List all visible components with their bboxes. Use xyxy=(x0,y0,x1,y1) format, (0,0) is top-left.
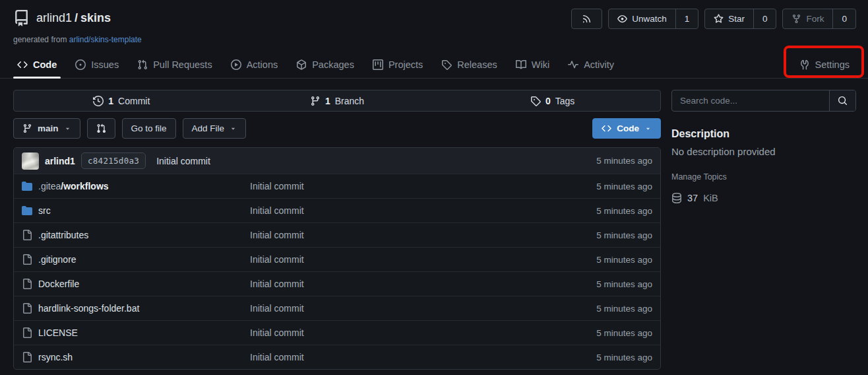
fork-label: Fork xyxy=(806,14,824,24)
file-icon xyxy=(22,230,32,240)
package-icon xyxy=(296,59,307,70)
play-circle-icon xyxy=(231,59,241,70)
tab-projects[interactable]: Projects xyxy=(363,51,432,78)
row-commit-message[interactable]: Initial commit xyxy=(250,181,596,191)
fork-button[interactable]: Fork xyxy=(783,9,832,28)
row-commit-message[interactable]: Initial commit xyxy=(250,279,596,289)
star-label: Star xyxy=(728,14,745,24)
tab-actions[interactable]: Actions xyxy=(222,51,288,78)
row-commit-message[interactable]: Initial commit xyxy=(250,205,596,216)
tab-code[interactable]: Code xyxy=(8,51,66,78)
code-icon xyxy=(17,59,28,70)
file-link[interactable]: Dockerfile xyxy=(22,279,250,289)
manage-topics-link[interactable]: Manage Topics xyxy=(671,172,856,182)
row-commit-message[interactable]: Initial commit xyxy=(250,327,596,338)
commit-message-link[interactable]: Initial commit xyxy=(156,156,210,166)
branch-selector-button[interactable]: main xyxy=(13,118,80,139)
row-commit-time: 5 minutes ago xyxy=(596,328,652,338)
table-row: src Initial commit 5 minutes ago xyxy=(14,198,660,222)
tab-wiki-label: Wiki xyxy=(532,59,549,70)
row-commit-message[interactable]: Initial commit xyxy=(250,303,596,314)
fork-icon xyxy=(791,14,801,24)
repo-nav-tabs: Code Issues Pull Requests Actions Packag… xyxy=(0,51,868,79)
add-file-button[interactable]: Add File xyxy=(183,118,247,139)
code-download-button[interactable]: Code xyxy=(592,118,661,139)
repo-owner-link[interactable]: arlind1 xyxy=(36,11,72,24)
row-commit-time: 5 minutes ago xyxy=(596,182,652,191)
generated-from-line: generated from arlind/skins-template xyxy=(13,35,856,44)
branches-label: Branch xyxy=(335,96,364,106)
file-icon xyxy=(22,352,32,362)
commit-hash-badge[interactable]: c84215d0a3 xyxy=(81,153,146,169)
tab-code-label: Code xyxy=(33,59,57,70)
tab-packages[interactable]: Packages xyxy=(287,51,363,78)
tab-releases[interactable]: Releases xyxy=(432,51,506,78)
repo-name-link[interactable]: skins xyxy=(80,11,111,24)
branches-stat[interactable]: 1 Branch xyxy=(230,96,445,106)
commits-count: 1 xyxy=(108,96,113,106)
eye-icon xyxy=(617,14,627,24)
avatar[interactable] xyxy=(22,153,39,170)
description-text: No description provided xyxy=(671,146,856,157)
table-row: Dockerfile Initial commit 5 minutes ago xyxy=(14,271,660,296)
git-compare-icon xyxy=(96,123,106,133)
compare-button[interactable] xyxy=(87,118,115,139)
tab-wiki[interactable]: Wiki xyxy=(507,51,559,78)
file-name: rsync.sh xyxy=(38,352,73,362)
template-repo-link[interactable]: arlind/skins-template xyxy=(69,35,142,44)
watchers-count[interactable]: 1 xyxy=(675,9,698,28)
tab-actions-label: Actions xyxy=(247,59,278,70)
go-to-file-label: Go to file xyxy=(131,123,167,133)
tab-pull-requests[interactable]: Pull Requests xyxy=(128,51,221,78)
database-icon xyxy=(671,193,682,203)
fork-button-group: Fork 0 xyxy=(782,9,856,29)
tab-packages-label: Packages xyxy=(312,59,354,70)
file-link[interactable]: src xyxy=(22,205,250,216)
file-link[interactable]: LICENSE xyxy=(22,327,250,338)
go-to-file-button[interactable]: Go to file xyxy=(122,118,176,139)
tags-stat[interactable]: 0 Tags xyxy=(445,96,660,106)
code-search-box xyxy=(671,90,856,112)
tab-activity[interactable]: Activity xyxy=(559,51,623,78)
history-icon xyxy=(93,96,104,106)
file-link[interactable]: rsync.sh xyxy=(22,352,250,362)
row-commit-message[interactable]: Initial commit xyxy=(250,230,596,240)
search-input[interactable] xyxy=(672,90,829,111)
repo-action-buttons: Unwatch 1 Star 0 Fork xyxy=(571,9,856,29)
file-link[interactable]: .gitignore xyxy=(22,254,250,265)
rss-button[interactable] xyxy=(572,9,602,28)
chevron-down-icon xyxy=(644,125,652,132)
row-commit-time: 5 minutes ago xyxy=(596,353,652,362)
file-link[interactable]: .gitattributes xyxy=(22,230,250,240)
file-link[interactable]: .gitea/workflows xyxy=(22,181,250,191)
commits-stat[interactable]: 1 Commit xyxy=(14,96,230,106)
file-link[interactable]: hardlink-songs-folder.bat xyxy=(22,303,250,314)
issue-icon xyxy=(75,59,86,70)
forks-count[interactable]: 0 xyxy=(832,9,855,28)
tab-activity-label: Activity xyxy=(584,59,614,70)
tab-issues[interactable]: Issues xyxy=(66,51,128,78)
stars-count[interactable]: 0 xyxy=(753,9,776,28)
row-commit-message[interactable]: Initial commit xyxy=(250,254,596,265)
tab-projects-label: Projects xyxy=(388,59,423,70)
tab-settings-label: Settings xyxy=(815,59,850,70)
branches-count: 1 xyxy=(325,96,330,106)
file-name: LICENSE xyxy=(38,327,78,338)
row-commit-message[interactable]: Initial commit xyxy=(250,352,596,362)
search-icon xyxy=(838,96,848,106)
file-name: .gitattributes xyxy=(38,230,88,240)
branch-icon xyxy=(310,96,321,106)
commits-label: Commit xyxy=(118,96,150,106)
tag-icon xyxy=(530,96,541,106)
file-name: src xyxy=(38,205,51,216)
chevron-down-icon xyxy=(64,125,71,132)
pulse-icon xyxy=(568,59,578,70)
latest-commit-row: arlind1 c84215d0a3 Initial commit 5 minu… xyxy=(14,148,660,174)
tab-settings[interactable]: Settings xyxy=(790,51,859,78)
unwatch-button[interactable]: Unwatch xyxy=(609,9,675,28)
star-button[interactable]: Star xyxy=(705,9,753,28)
repo-title: arlind1/skins xyxy=(13,9,111,26)
search-button[interactable] xyxy=(829,90,855,111)
commit-author-link[interactable]: arlind1 xyxy=(45,156,75,166)
row-commit-time: 5 minutes ago xyxy=(596,279,652,289)
